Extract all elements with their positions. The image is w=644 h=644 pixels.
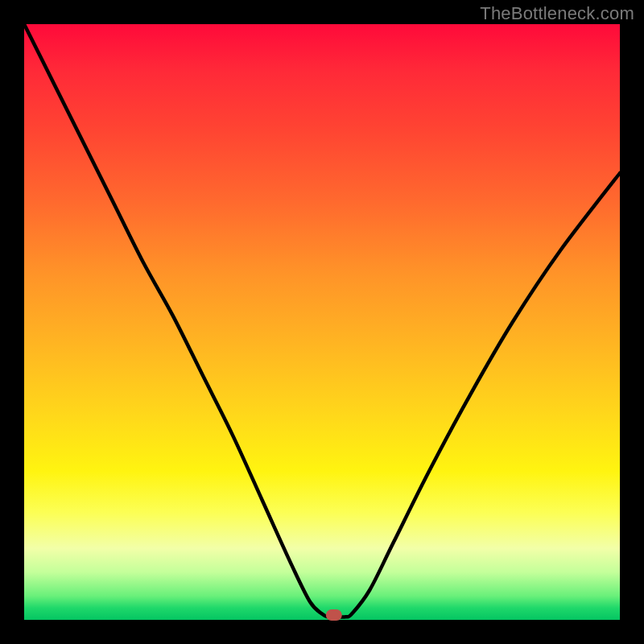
bottleneck-curve bbox=[24, 24, 620, 617]
plot-area bbox=[24, 24, 620, 620]
bottleneck-curve-svg bbox=[24, 24, 620, 620]
watermark-text: TheBottleneck.com bbox=[480, 3, 634, 24]
optimum-marker bbox=[326, 609, 342, 621]
chart-frame: TheBottleneck.com bbox=[0, 0, 644, 644]
